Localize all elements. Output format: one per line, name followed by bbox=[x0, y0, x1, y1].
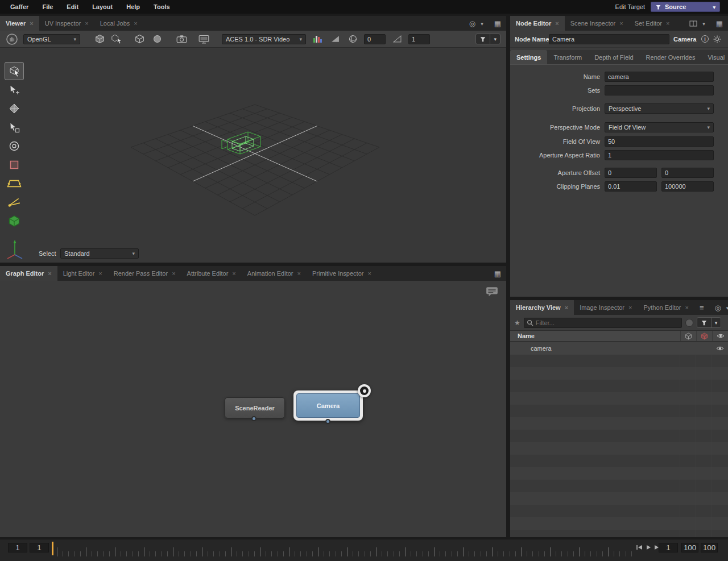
clipping-planes-near-input[interactable] bbox=[605, 181, 657, 192]
shading-mode-icon[interactable] bbox=[93, 33, 106, 45]
tab-hierarchy-view[interactable]: Hierarchy View bbox=[510, 300, 574, 315]
annotation-icon[interactable] bbox=[486, 286, 498, 297]
select-mode-dropdown[interactable]: Standard bbox=[60, 248, 139, 259]
edit-target-source-button[interactable]: Source bbox=[651, 2, 720, 12]
channels-icon[interactable] bbox=[311, 33, 324, 45]
scene-geometry-icon[interactable] bbox=[5, 212, 24, 230]
exposure-icon[interactable] bbox=[346, 33, 359, 45]
close-tab-icon[interactable] bbox=[555, 20, 559, 27]
tab-python-editor[interactable]: Python Editor bbox=[638, 300, 694, 315]
name-column-header[interactable]: Name bbox=[510, 333, 680, 339]
graph-canvas[interactable]: SceneReader Camera bbox=[0, 281, 506, 537]
perspective-mode-dropdown[interactable]: Field Of View bbox=[605, 122, 714, 132]
scale-tool-icon[interactable] bbox=[5, 118, 24, 136]
layout-menu-icon[interactable] bbox=[494, 270, 501, 277]
playhead[interactable] bbox=[52, 542, 53, 555]
frame-input[interactable] bbox=[659, 543, 678, 552]
close-tab-icon[interactable] bbox=[30, 20, 33, 27]
renderer-dropdown[interactable]: OpenGL bbox=[23, 34, 80, 44]
visibility-column-icon[interactable] bbox=[712, 331, 728, 341]
menu-edit[interactable]: Edit bbox=[60, 0, 85, 14]
display-transform-dropdown[interactable]: ACES 1.0 - SDR Video bbox=[222, 34, 306, 44]
search-scope-icon[interactable] bbox=[685, 319, 693, 327]
tab-animation-editor[interactable]: Animation Editor bbox=[242, 266, 307, 281]
play-icon[interactable] bbox=[646, 545, 651, 550]
gamma-input[interactable] bbox=[408, 34, 430, 44]
tab-render-pass-editor[interactable]: Render Pass Editor bbox=[108, 266, 181, 281]
gamma-icon[interactable] bbox=[391, 33, 403, 45]
tab-primitive-inspector[interactable]: Primitive Inspector bbox=[307, 266, 377, 281]
exclude-column-icon[interactable] bbox=[696, 331, 712, 341]
tab-render-overrides[interactable]: Render Overrides bbox=[640, 50, 702, 64]
layout-menu-icon[interactable] bbox=[494, 20, 501, 27]
menu-tools[interactable]: Tools bbox=[147, 0, 177, 14]
viewer-settings-button[interactable] bbox=[475, 34, 500, 44]
range-end-input[interactable] bbox=[681, 543, 698, 552]
current-frame-input[interactable] bbox=[30, 543, 49, 552]
tab-image-inspector[interactable]: Image Inspector bbox=[574, 300, 638, 315]
menu-file[interactable]: File bbox=[35, 0, 60, 14]
projection-dropdown[interactable]: Perspective bbox=[605, 103, 714, 114]
tab-graph-editor[interactable]: Graph Editor bbox=[0, 266, 57, 281]
sphere-shading-icon[interactable] bbox=[151, 33, 163, 45]
frame-count-input[interactable] bbox=[701, 543, 718, 552]
node-name-input[interactable] bbox=[549, 34, 669, 44]
tab-visual[interactable]: Visual bbox=[701, 50, 728, 64]
histogram-icon[interactable] bbox=[329, 33, 341, 45]
viewport-3d[interactable]: Select Standard bbox=[0, 48, 506, 263]
close-tab-icon[interactable] bbox=[367, 270, 371, 277]
close-tab-icon[interactable] bbox=[232, 270, 235, 277]
skip-start-icon[interactable] bbox=[636, 545, 643, 550]
chevron-down-icon[interactable] bbox=[702, 20, 705, 27]
close-tab-icon[interactable] bbox=[628, 304, 632, 311]
tab-transform[interactable]: Transform bbox=[547, 50, 588, 64]
info-icon[interactable] bbox=[701, 35, 709, 43]
close-tab-icon[interactable] bbox=[666, 20, 669, 27]
close-tab-icon[interactable] bbox=[297, 270, 301, 277]
rotate-tool-icon[interactable] bbox=[5, 99, 24, 118]
selection-mask-icon[interactable] bbox=[111, 33, 123, 45]
chevron-down-icon[interactable] bbox=[711, 318, 721, 327]
tab-overflow-icon[interactable] bbox=[700, 304, 704, 311]
close-tab-icon[interactable] bbox=[685, 304, 688, 311]
focus-node-indicator[interactable] bbox=[358, 384, 371, 397]
tab-set-editor[interactable]: Set Editor bbox=[629, 16, 676, 31]
menu-gaffer[interactable]: Gaffer bbox=[3, 0, 35, 14]
hierarchy-rows[interactable]: camera bbox=[510, 342, 728, 537]
fov-tool-icon[interactable] bbox=[5, 193, 24, 211]
frame-ruler[interactable] bbox=[57, 543, 635, 556]
expansion-icon[interactable] bbox=[133, 33, 146, 45]
chevron-down-icon[interactable] bbox=[490, 34, 500, 44]
tab-settings[interactable]: Settings bbox=[510, 50, 547, 64]
node-output-plug[interactable] bbox=[251, 416, 257, 421]
close-tab-icon[interactable] bbox=[98, 270, 102, 277]
gear-icon[interactable] bbox=[713, 35, 721, 43]
field-of-view-input[interactable] bbox=[605, 136, 714, 147]
menu-help[interactable]: Help bbox=[119, 0, 147, 14]
chevron-down-icon[interactable] bbox=[481, 20, 483, 27]
tab-scene-inspector[interactable]: Scene Inspector bbox=[565, 16, 629, 31]
exposure-input[interactable] bbox=[364, 34, 386, 44]
tab-local-jobs[interactable]: Local Jobs bbox=[94, 16, 143, 31]
aperture-offset-x-input[interactable] bbox=[605, 168, 657, 178]
node-output-plug[interactable] bbox=[325, 419, 330, 424]
close-tab-icon[interactable] bbox=[565, 304, 568, 311]
filter-input[interactable] bbox=[524, 318, 682, 328]
pin-editor-icon[interactable] bbox=[469, 20, 475, 27]
close-tab-icon[interactable] bbox=[134, 20, 137, 27]
tab-attribute-editor[interactable]: Attribute Editor bbox=[181, 266, 242, 281]
name-input[interactable] bbox=[605, 72, 714, 82]
translate-tool-icon[interactable] bbox=[5, 81, 24, 99]
close-tab-icon[interactable] bbox=[48, 270, 51, 277]
tab-light-editor[interactable]: Light Editor bbox=[57, 266, 108, 281]
pan-tool-icon[interactable] bbox=[6, 33, 18, 45]
camera-settings-icon[interactable] bbox=[175, 33, 188, 45]
scene-column-icon[interactable] bbox=[680, 331, 696, 341]
range-start-input[interactable] bbox=[8, 543, 27, 552]
display-options-icon[interactable] bbox=[197, 33, 210, 45]
layout-menu-icon[interactable] bbox=[716, 20, 723, 27]
close-tab-icon[interactable] bbox=[172, 270, 175, 277]
pin-editor-icon[interactable] bbox=[715, 304, 721, 311]
tab-viewer[interactable]: Viewer bbox=[0, 16, 39, 31]
node-camera[interactable]: Camera bbox=[296, 393, 360, 418]
